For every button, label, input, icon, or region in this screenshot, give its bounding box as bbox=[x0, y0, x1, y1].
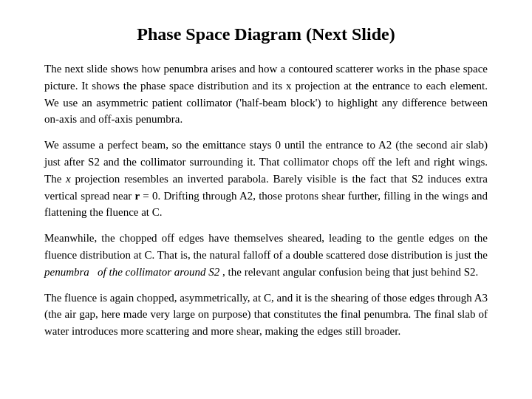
inverted-text: inverted bbox=[187, 173, 223, 185]
paragraph-4: The fluence is again chopped, asymmetric… bbox=[44, 290, 488, 340]
page: Phase Space Diagram (Next Slide) The nex… bbox=[0, 0, 532, 399]
induces-text: induces bbox=[427, 173, 461, 185]
page-title: Phase Space Diagram (Next Slide) bbox=[44, 21, 488, 47]
paragraph-1: The next slide shows how penumbra arises… bbox=[44, 61, 488, 128]
paragraph-2: We assume a perfect beam, so the emittan… bbox=[44, 137, 488, 221]
and-text: and bbox=[276, 292, 293, 304]
paragraph-3: Meanwhile, the chopped off edges have th… bbox=[44, 230, 488, 280]
